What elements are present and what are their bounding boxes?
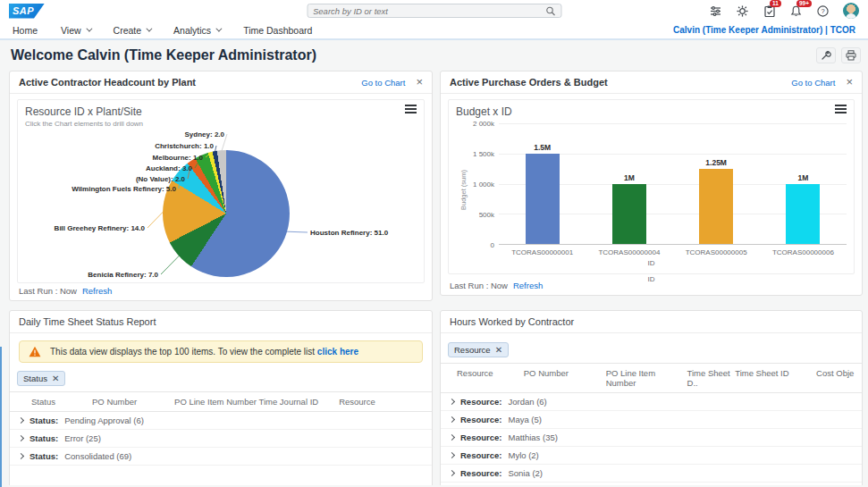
column-header[interactable]: PO Line Item Number (606, 368, 687, 388)
tasks-icon[interactable]: 11 (763, 4, 776, 18)
column-header[interactable]: Resource (339, 397, 432, 407)
pie-label: (No Value): 2.0 (136, 175, 185, 183)
goto-chart-link[interactable]: Go to Chart (791, 78, 835, 88)
y-axis-ticks: 2 000k1 500k1 000k500k0 (467, 123, 499, 245)
expand-chevron-icon[interactable] (18, 453, 24, 459)
bar-value-label: 1.25M (705, 158, 727, 167)
row-group-value: Maya (5) (508, 415, 541, 424)
menu-item-time-dashboard[interactable]: Time Dashboard (243, 25, 312, 36)
x-axis-title: ID (456, 259, 847, 267)
warning-banner: This data view displays the top 100 item… (19, 340, 423, 363)
x-tick: TCORAS00000004 (586, 248, 672, 256)
pie-chart[interactable]: Houston Refinery: 51.0Benicia Refinery: … (25, 131, 425, 285)
expand-chevron-icon[interactable] (449, 452, 455, 458)
refresh-link[interactable]: Refresh (513, 281, 543, 290)
sap-logo[interactable]: SAP (9, 4, 45, 19)
refresh-link[interactable]: Refresh (82, 286, 112, 296)
table-row[interactable]: Resource: Maya (5) (441, 411, 862, 429)
y-tick: 500k (479, 211, 494, 219)
menu-item-create[interactable]: Create (114, 25, 151, 36)
bar-chart-title: Budget x ID (456, 105, 512, 118)
pie-label: Benicia Refinery: 7.0 (88, 271, 158, 279)
expand-chevron-icon[interactable] (18, 435, 24, 441)
x-tick: TCORAS00000001 (499, 248, 586, 256)
pie-label: Sydney: 2.0 (185, 130, 224, 139)
chip-remove-icon[interactable]: ✕ (52, 374, 59, 383)
expand-chevron-icon[interactable] (449, 434, 455, 441)
column-header[interactable]: Time Sheet ID (735, 368, 816, 388)
row-group-label: Resource: (460, 468, 501, 478)
row-group-label: Resource: (460, 432, 501, 442)
tasks-badge: 11 (770, 0, 781, 7)
last-run-label: Last Run : Now (450, 281, 508, 290)
table-row[interactable]: Status: Pending Approval (6) (10, 412, 432, 430)
expand-chevron-icon[interactable] (18, 417, 24, 424)
column-header[interactable]: PO Line Item Number (174, 397, 258, 407)
bar[interactable] (612, 184, 646, 245)
menu-item-analytics[interactable]: Analytics (173, 25, 220, 36)
column-header[interactable]: Time Sheet D.. (687, 368, 736, 388)
expand-chevron-icon[interactable] (449, 399, 455, 405)
row-group-label: Resource: (460, 415, 501, 424)
menu-bar: HomeViewCreateAnalyticsTime Dashboard Ca… (0, 21, 868, 40)
table-row[interactable]: Resource: Sonia (2) (441, 465, 862, 483)
row-group-value: Consolidated (69) (64, 451, 131, 461)
menu-icon[interactable] (835, 108, 847, 110)
search-input[interactable] (313, 6, 545, 16)
table-row[interactable]: Resource: Matthias (35) (441, 429, 862, 447)
search-icon[interactable] (545, 6, 555, 16)
expand-chevron-icon[interactable] (449, 416, 455, 423)
panel-hours-title: Hours Worked by Contractor (450, 316, 574, 327)
bar-chart[interactable]: Budget (sum) 2 000k1 500k1 000k500k0 1.5… (456, 123, 847, 245)
close-icon[interactable]: × (416, 78, 423, 87)
shell-bar: SAP 11 99+ ? (0, 0, 868, 21)
bar-value-label: 1.5M (534, 143, 551, 152)
table-row[interactable]: Resource: Jordan (6) (441, 393, 862, 411)
bar[interactable] (699, 169, 733, 244)
column-header[interactable]: Cost Obje (816, 368, 862, 388)
panel-timesheet: Daily Time Sheet Status Report This data… (9, 310, 433, 485)
chip-remove-icon[interactable]: ✕ (495, 345, 502, 355)
row-group-label: Status: (29, 451, 58, 461)
close-icon[interactable]: × (846, 78, 853, 87)
menu-icon[interactable] (405, 108, 417, 110)
page-title: Welcome Calvin (Time Keeper Administrato… (11, 47, 316, 63)
column-header[interactable]: PO Number (524, 368, 606, 388)
x-tick: TCORAS00000006 (760, 248, 847, 256)
column-header[interactable]: Time Journal ID (258, 397, 339, 407)
wrench-icon[interactable] (816, 47, 836, 63)
column-header[interactable]: PO Number (92, 397, 174, 407)
menu-item-home[interactable]: Home (13, 25, 38, 36)
panel-headcount: Active Contractor Headcount by Plant Go … (9, 71, 433, 301)
bar[interactable] (526, 154, 560, 244)
row-group-value: Mylo (2) (508, 450, 538, 460)
column-header[interactable]: Status (10, 397, 92, 407)
expand-chevron-icon[interactable] (449, 470, 455, 476)
timesheet-table: StatusPO NumberPO Line Item NumberTime J… (10, 391, 432, 466)
pie-chart-subtitle: Click the Chart elements to drill down (25, 120, 143, 128)
chevron-down-icon (86, 26, 92, 32)
goto-chart-link[interactable]: Go to Chart (361, 78, 405, 88)
table-row[interactable]: Status: Error (25) (10, 430, 432, 448)
gear-icon[interactable] (736, 4, 749, 18)
click-here-link[interactable]: click here (317, 347, 358, 357)
table-row[interactable]: Resource: Mylo (2) (441, 447, 862, 465)
help-icon[interactable]: ? (816, 4, 830, 18)
pie-label: Melbourne: 1.0 (153, 154, 203, 162)
row-group-value: Error (25) (64, 433, 101, 443)
menu-item-view[interactable]: View (61, 25, 90, 36)
bell-icon[interactable]: 99+ (789, 4, 803, 18)
avatar[interactable] (843, 3, 859, 19)
bar-value-label: 1M (797, 173, 808, 182)
printer-icon[interactable] (841, 47, 861, 63)
svg-text:?: ? (821, 7, 824, 15)
filter-chip-resource[interactable]: Resource ✕ (448, 342, 509, 357)
sliders-icon[interactable] (709, 4, 722, 18)
user-role-link[interactable]: Calvin (Time Keeper Administrator) | TCO… (673, 25, 855, 35)
search-bar[interactable] (307, 4, 561, 18)
table-row[interactable]: Status: Consolidated (69) (10, 448, 432, 466)
page-scrollbar[interactable] (0, 347, 2, 487)
column-header[interactable]: Resource (441, 368, 524, 388)
bar[interactable] (786, 184, 820, 245)
filter-chip-status[interactable]: Status ✕ (17, 371, 65, 386)
